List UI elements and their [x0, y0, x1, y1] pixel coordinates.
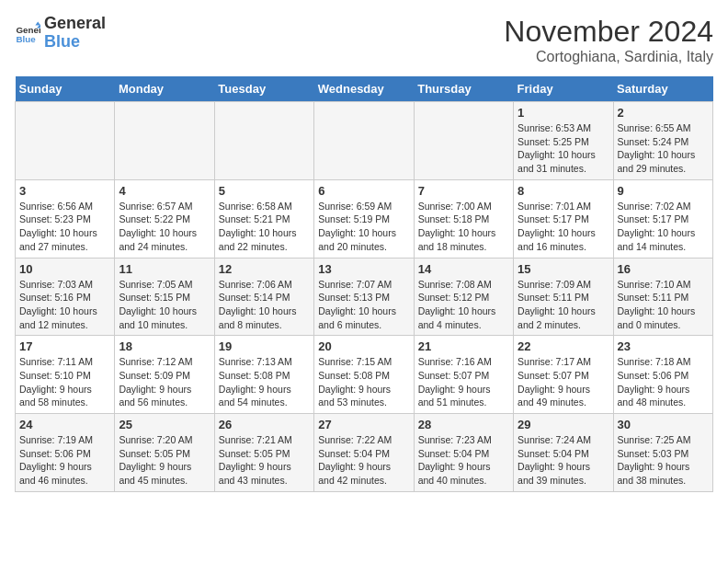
calendar-cell: 20Sunrise: 7:15 AM Sunset: 5:08 PM Dayli… [314, 336, 414, 414]
calendar-week-4: 17Sunrise: 7:11 AM Sunset: 5:10 PM Dayli… [16, 336, 713, 414]
day-info: Sunrise: 7:10 AM Sunset: 5:11 PM Dayligh… [618, 278, 709, 332]
day-info: Sunrise: 6:55 AM Sunset: 5:24 PM Dayligh… [618, 121, 709, 176]
calendar-cell: 23Sunrise: 7:18 AM Sunset: 5:06 PM Dayli… [613, 336, 712, 414]
day-number: 1 [518, 106, 609, 120]
calendar-cell: 8Sunrise: 7:01 AM Sunset: 5:17 PM Daylig… [514, 179, 613, 258]
day-number: 8 [518, 184, 609, 198]
calendar-cell [314, 102, 414, 180]
day-number: 3 [19, 184, 110, 198]
day-info: Sunrise: 7:08 AM Sunset: 5:12 PM Dayligh… [418, 278, 509, 332]
day-number: 18 [119, 339, 210, 353]
day-number: 28 [418, 418, 509, 431]
day-info: Sunrise: 7:09 AM Sunset: 5:11 PM Dayligh… [518, 278, 609, 332]
logo: General Blue General Blue [15, 15, 106, 52]
day-number: 14 [418, 262, 509, 276]
calendar-week-3: 10Sunrise: 7:03 AM Sunset: 5:16 PM Dayli… [16, 258, 713, 336]
day-info: Sunrise: 6:58 AM Sunset: 5:21 PM Dayligh… [219, 200, 310, 254]
calendar-cell: 25Sunrise: 7:20 AM Sunset: 5:05 PM Dayli… [115, 414, 214, 492]
calendar-cell: 5Sunrise: 6:58 AM Sunset: 5:21 PM Daylig… [214, 179, 313, 258]
day-info: Sunrise: 7:16 AM Sunset: 5:07 PM Dayligh… [418, 355, 509, 409]
day-number: 12 [219, 262, 310, 276]
calendar-cell [414, 102, 513, 180]
day-info: Sunrise: 7:00 AM Sunset: 5:18 PM Dayligh… [418, 200, 509, 254]
day-number: 21 [418, 339, 509, 353]
calendar-cell: 24Sunrise: 7:19 AM Sunset: 5:06 PM Dayli… [16, 414, 115, 492]
day-info: Sunrise: 7:01 AM Sunset: 5:17 PM Dayligh… [518, 200, 609, 254]
logo-text: General Blue [44, 15, 106, 52]
calendar-cell: 19Sunrise: 7:13 AM Sunset: 5:08 PM Dayli… [214, 336, 313, 414]
calendar-cell [16, 102, 115, 180]
day-number: 5 [219, 184, 310, 198]
day-info: Sunrise: 7:24 AM Sunset: 5:04 PM Dayligh… [518, 433, 609, 488]
day-info: Sunrise: 7:11 AM Sunset: 5:10 PM Dayligh… [19, 355, 110, 409]
day-info: Sunrise: 7:05 AM Sunset: 5:15 PM Dayligh… [119, 278, 210, 332]
weekday-header-saturday: Saturday [613, 76, 712, 102]
svg-marker-2 [35, 21, 40, 25]
calendar-cell: 7Sunrise: 7:00 AM Sunset: 5:18 PM Daylig… [414, 179, 513, 258]
day-info: Sunrise: 6:57 AM Sunset: 5:22 PM Dayligh… [119, 200, 210, 254]
calendar-cell: 18Sunrise: 7:12 AM Sunset: 5:09 PM Dayli… [115, 336, 214, 414]
day-number: 25 [119, 418, 210, 431]
calendar-title: November 2024 [504, 15, 713, 49]
calendar-cell: 29Sunrise: 7:24 AM Sunset: 5:04 PM Dayli… [514, 414, 613, 492]
day-number: 19 [219, 339, 310, 353]
day-info: Sunrise: 7:03 AM Sunset: 5:16 PM Dayligh… [19, 278, 110, 332]
day-number: 13 [318, 262, 409, 276]
calendar-cell [115, 102, 214, 180]
day-number: 15 [518, 262, 609, 276]
day-info: Sunrise: 7:23 AM Sunset: 5:04 PM Dayligh… [418, 433, 509, 488]
calendar-cell: 11Sunrise: 7:05 AM Sunset: 5:15 PM Dayli… [115, 258, 214, 336]
calendar-cell: 21Sunrise: 7:16 AM Sunset: 5:07 PM Dayli… [414, 336, 513, 414]
calendar-week-5: 24Sunrise: 7:19 AM Sunset: 5:06 PM Dayli… [16, 414, 713, 492]
day-number: 26 [219, 418, 310, 431]
day-info: Sunrise: 7:21 AM Sunset: 5:05 PM Dayligh… [219, 433, 310, 488]
title-block: November 2024 Cortoghiana, Sardinia, Ita… [504, 15, 713, 65]
calendar-cell: 6Sunrise: 6:59 AM Sunset: 5:19 PM Daylig… [314, 179, 414, 258]
calendar-cell: 4Sunrise: 6:57 AM Sunset: 5:22 PM Daylig… [115, 179, 214, 258]
calendar-cell: 16Sunrise: 7:10 AM Sunset: 5:11 PM Dayli… [613, 258, 712, 336]
weekday-header-sunday: Sunday [16, 76, 115, 102]
day-info: Sunrise: 6:59 AM Sunset: 5:19 PM Dayligh… [318, 200, 409, 254]
day-info: Sunrise: 7:06 AM Sunset: 5:14 PM Dayligh… [219, 278, 310, 332]
day-number: 29 [518, 418, 609, 431]
weekday-header-tuesday: Tuesday [214, 76, 313, 102]
day-info: Sunrise: 7:22 AM Sunset: 5:04 PM Dayligh… [318, 433, 409, 488]
calendar-week-1: 1Sunrise: 6:53 AM Sunset: 5:25 PM Daylig… [16, 102, 713, 180]
day-number: 7 [418, 184, 509, 198]
day-info: Sunrise: 7:12 AM Sunset: 5:09 PM Dayligh… [119, 355, 210, 409]
day-info: Sunrise: 7:18 AM Sunset: 5:06 PM Dayligh… [618, 355, 709, 409]
day-info: Sunrise: 7:07 AM Sunset: 5:13 PM Dayligh… [318, 278, 409, 332]
calendar-cell: 22Sunrise: 7:17 AM Sunset: 5:07 PM Dayli… [514, 336, 613, 414]
calendar-cell: 10Sunrise: 7:03 AM Sunset: 5:16 PM Dayli… [16, 258, 115, 336]
calendar-cell: 3Sunrise: 6:56 AM Sunset: 5:23 PM Daylig… [16, 179, 115, 258]
calendar-cell: 30Sunrise: 7:25 AM Sunset: 5:03 PM Dayli… [613, 414, 712, 492]
day-number: 24 [19, 418, 110, 431]
day-info: Sunrise: 7:20 AM Sunset: 5:05 PM Dayligh… [119, 433, 210, 488]
calendar-cell: 17Sunrise: 7:11 AM Sunset: 5:10 PM Dayli… [16, 336, 115, 414]
calendar-cell: 13Sunrise: 7:07 AM Sunset: 5:13 PM Dayli… [314, 258, 414, 336]
calendar-cell: 14Sunrise: 7:08 AM Sunset: 5:12 PM Dayli… [414, 258, 513, 336]
weekday-header-row: SundayMondayTuesdayWednesdayThursdayFrid… [16, 76, 713, 102]
day-info: Sunrise: 6:53 AM Sunset: 5:25 PM Dayligh… [518, 121, 609, 176]
day-info: Sunrise: 6:56 AM Sunset: 5:23 PM Dayligh… [19, 200, 110, 254]
day-info: Sunrise: 7:02 AM Sunset: 5:17 PM Dayligh… [618, 200, 709, 254]
logo-icon: General Blue [15, 20, 40, 46]
day-number: 16 [618, 262, 709, 276]
day-info: Sunrise: 7:13 AM Sunset: 5:08 PM Dayligh… [219, 355, 310, 409]
calendar-cell: 1Sunrise: 6:53 AM Sunset: 5:25 PM Daylig… [514, 102, 613, 180]
day-number: 22 [518, 339, 609, 353]
day-number: 10 [19, 262, 110, 276]
day-number: 20 [318, 339, 409, 353]
calendar-cell [214, 102, 313, 180]
day-number: 4 [119, 184, 210, 198]
weekday-header-friday: Friday [514, 76, 613, 102]
day-number: 6 [318, 184, 409, 198]
calendar-cell: 2Sunrise: 6:55 AM Sunset: 5:24 PM Daylig… [613, 102, 712, 180]
calendar-week-2: 3Sunrise: 6:56 AM Sunset: 5:23 PM Daylig… [16, 179, 713, 258]
day-number: 2 [618, 106, 709, 120]
calendar-subtitle: Cortoghiana, Sardinia, Italy [504, 49, 713, 65]
calendar-cell: 27Sunrise: 7:22 AM Sunset: 5:04 PM Dayli… [314, 414, 414, 492]
day-info: Sunrise: 7:17 AM Sunset: 5:07 PM Dayligh… [518, 355, 609, 409]
day-number: 23 [618, 339, 709, 353]
calendar-cell: 26Sunrise: 7:21 AM Sunset: 5:05 PM Dayli… [214, 414, 313, 492]
